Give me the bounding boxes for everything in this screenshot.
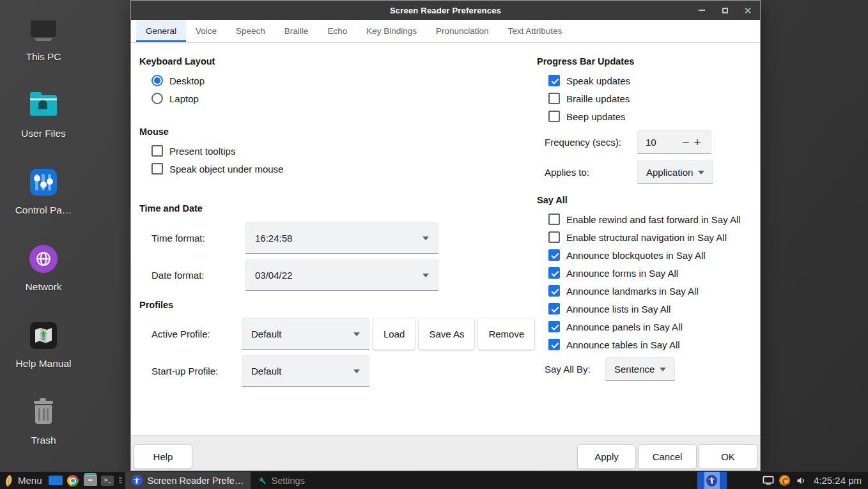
radio-row-laptop[interactable]: Laptop (151, 89, 536, 107)
laptop-radio[interactable] (151, 93, 163, 104)
tray-accessibility-button[interactable] (697, 472, 727, 489)
checkbox-row-blockquotes[interactable]: Announce blockquotes in Say All (548, 246, 757, 264)
desktop-icon-label: Trash (31, 435, 56, 446)
checkbox-row-tables[interactable]: Announce tables in Say All (548, 336, 757, 353)
remove-button[interactable]: Remove (478, 318, 534, 350)
speak-updates-checkbox[interactable] (548, 75, 560, 86)
volume-tray-icon[interactable] (793, 472, 810, 489)
increment-button[interactable]: + (692, 136, 703, 148)
date-format-dropdown[interactable]: 03/04/22 (245, 260, 438, 291)
help-button[interactable]: Help (134, 445, 192, 469)
highlight-center (704, 472, 720, 489)
checkbox-row-beep-updates[interactable]: Beep updates (548, 107, 757, 125)
rewind-checkbox[interactable] (548, 213, 560, 225)
minimize-button[interactable] (697, 6, 706, 15)
wrench-icon (257, 476, 267, 485)
desktop-icon-help-manual[interactable]: Help Manual (9, 317, 78, 394)
cancel-button[interactable]: Cancel (639, 445, 696, 469)
desktop-radio[interactable] (151, 75, 163, 86)
forms-checkbox[interactable] (548, 267, 560, 279)
ok-button[interactable]: OK (699, 445, 757, 469)
desktop-icon-user-files[interactable]: User Files (9, 87, 78, 164)
tab-voice[interactable]: Voice (186, 20, 226, 42)
beep-updates-checkbox[interactable] (548, 111, 560, 122)
task-screen-reader-preferences[interactable]: Screen Reader Prefer… (125, 472, 251, 489)
applies-to-value: Application (646, 167, 693, 178)
minimize-icon (699, 10, 705, 11)
clock[interactable]: 4:25:24 pm (810, 475, 868, 486)
tab-general[interactable]: General (136, 20, 186, 42)
terminal-launcher[interactable]: >_ (99, 472, 116, 489)
checkbox-row-panels[interactable]: Announce panels in Say All (548, 318, 757, 336)
task-settings[interactable]: Settings (251, 472, 311, 489)
checkbox-row-forms[interactable]: Announce forms in Say All (548, 264, 757, 282)
startup-profile-row: Start-up Profile: Default (151, 355, 536, 387)
time-format-dropdown[interactable]: 16:24:58 (245, 222, 438, 254)
window-titlebar[interactable]: Screen Reader Preferences ✕ (131, 1, 760, 20)
window-list-handle[interactable] (118, 472, 124, 489)
tab-echo[interactable]: Echo (318, 20, 357, 42)
panels-checkbox[interactable] (548, 321, 560, 332)
browser-launcher[interactable] (65, 472, 82, 489)
desktop-icon-trash[interactable]: Trash (9, 394, 78, 470)
desktop-icon-network[interactable]: Network (9, 240, 78, 317)
chevron-down-icon (422, 274, 429, 277)
general-tab-content: Keyboard Layout Desktop Laptop Mouse Pre… (131, 43, 760, 435)
menu-button[interactable]: Menu (0, 472, 47, 489)
present-tooltips-checkbox[interactable] (151, 145, 163, 157)
maximize-button[interactable] (720, 6, 729, 15)
decrement-button[interactable]: − (680, 136, 692, 148)
chevron-down-icon (353, 332, 360, 336)
time-format-row: Time format: 16:24:58 (151, 222, 536, 254)
checkbox-row-landmarks[interactable]: Announce landmarks in Say All (548, 282, 757, 300)
checkbox-row-structural-nav[interactable]: Enable structural navigation in Say All (548, 228, 757, 246)
checkbox-row-rewind[interactable]: Enable rewind and fast forward in Say Al… (548, 210, 757, 228)
highlight-bar (720, 472, 727, 489)
accessibility-icon (706, 475, 717, 486)
lists-checkbox[interactable] (548, 303, 560, 314)
speak-object-checkbox[interactable] (151, 163, 163, 175)
say-all-by-row: Say All By: Sentence (545, 357, 757, 381)
save-as-button[interactable]: Save As (419, 318, 474, 350)
profiles-heading: Profiles (139, 300, 536, 310)
file-manager-launcher[interactable] (82, 472, 99, 489)
close-button[interactable]: ✕ (743, 6, 752, 15)
checkbox-row-braille-updates[interactable]: Braille updates (548, 89, 757, 107)
updates-tray-icon[interactable] (777, 472, 793, 489)
checkbox-row-speak-updates[interactable]: Speak updates (548, 72, 757, 89)
checkbox-row-lists[interactable]: Announce lists in Say All (548, 300, 757, 318)
active-profile-dropdown[interactable]: Default (242, 318, 369, 350)
show-desktop-button[interactable] (47, 472, 65, 489)
taskbar: Menu >_ Screen Reader Prefer… Settings (0, 472, 868, 489)
tab-key-bindings[interactable]: Key Bindings (357, 20, 426, 42)
task-label: Settings (272, 476, 305, 486)
window-title: Screen Reader Preferences (131, 6, 760, 15)
tab-pronunciation[interactable]: Pronunciation (426, 20, 499, 42)
apply-button[interactable]: Apply (578, 445, 635, 469)
tab-text-attributes[interactable]: Text Attributes (499, 20, 572, 42)
chevron-down-icon (422, 237, 429, 240)
landmarks-checkbox[interactable] (548, 285, 560, 297)
startup-profile-value: Default (251, 366, 282, 376)
startup-profile-dropdown[interactable]: Default (242, 355, 369, 387)
startup-profile-label: Start-up Profile: (151, 366, 242, 376)
structural-nav-checkbox[interactable] (548, 231, 560, 243)
checkbox-row-present-tooltips[interactable]: Present tooltips (151, 142, 536, 160)
applies-to-dropdown[interactable]: Application (637, 160, 713, 184)
desktop-icon-control-panel[interactable]: Control Pa… (9, 164, 78, 240)
checkbox-row-speak-object[interactable]: Speak object under mouse (151, 160, 536, 178)
say-all-heading: Say All (537, 195, 757, 205)
computer-icon (29, 14, 58, 43)
load-button[interactable]: Load (373, 318, 415, 350)
frequency-spinner[interactable]: 10 − + (637, 130, 711, 154)
tab-speech[interactable]: Speech (226, 20, 275, 42)
tables-checkbox[interactable] (548, 339, 560, 350)
tab-braille[interactable]: Braille (275, 20, 318, 42)
braille-updates-checkbox[interactable] (548, 93, 560, 104)
desktop-background: This PC User Files Control Pa… Network H… (0, 0, 868, 489)
blockquotes-checkbox[interactable] (548, 249, 560, 261)
desktop-icon-this-pc[interactable]: This PC (9, 10, 78, 87)
display-tray-icon[interactable] (760, 472, 777, 489)
radio-row-desktop[interactable]: Desktop (151, 72, 536, 89)
say-all-by-dropdown[interactable]: Sentence (605, 357, 675, 381)
